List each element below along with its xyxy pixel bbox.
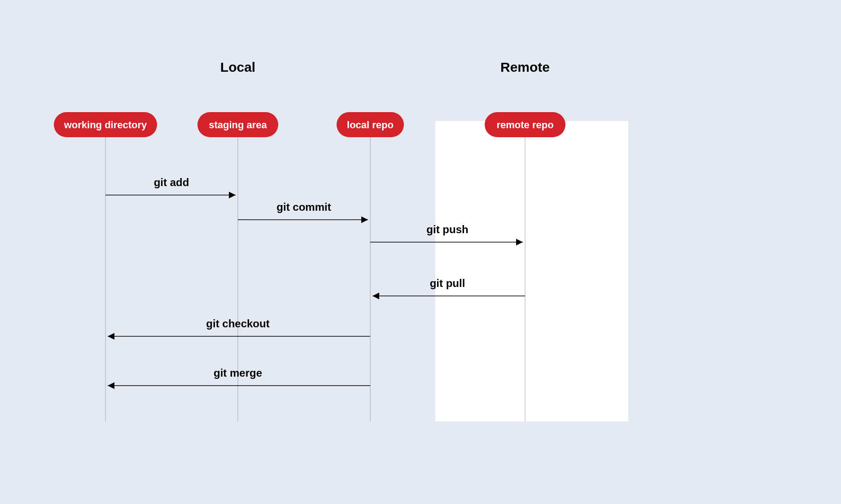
git-workflow-diagram: Local Remote working directory staging a…	[0, 0, 841, 504]
lane-pill-local-repo: local repo	[337, 112, 404, 137]
group-title-remote: Remote	[500, 60, 550, 74]
lane-pill-working-directory: working directory	[54, 112, 157, 137]
svg-text:working directory: working directory	[64, 119, 147, 130]
cmd-label-git-add: git add	[154, 176, 189, 188]
cmd-label-git-checkout: git checkout	[206, 317, 269, 330]
cmd-label-git-merge: git merge	[214, 367, 262, 379]
lane-pill-remote-repo: remote repo	[485, 112, 565, 137]
svg-text:staging area: staging area	[209, 119, 267, 130]
lane-pill-staging-area: staging area	[197, 112, 278, 137]
cmd-label-git-commit: git commit	[276, 201, 331, 213]
cmd-label-git-pull: git pull	[430, 277, 465, 289]
remote-region-box	[435, 121, 628, 421]
group-title-local: Local	[220, 60, 255, 74]
cmd-label-git-push: git push	[426, 223, 468, 235]
svg-text:remote repo: remote repo	[496, 119, 553, 130]
diagram-background	[0, 0, 841, 504]
svg-text:local repo: local repo	[347, 119, 394, 130]
